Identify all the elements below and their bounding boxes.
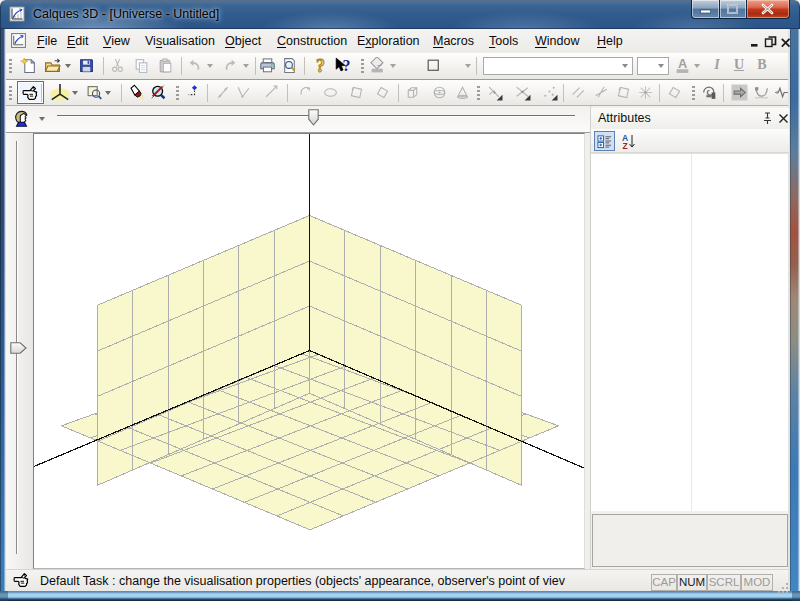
svg-text:?: ?	[316, 57, 325, 74]
svg-text:Z: Z	[622, 141, 627, 150]
svg-text:A: A	[678, 57, 687, 71]
svg-text:?: ?	[343, 57, 351, 74]
